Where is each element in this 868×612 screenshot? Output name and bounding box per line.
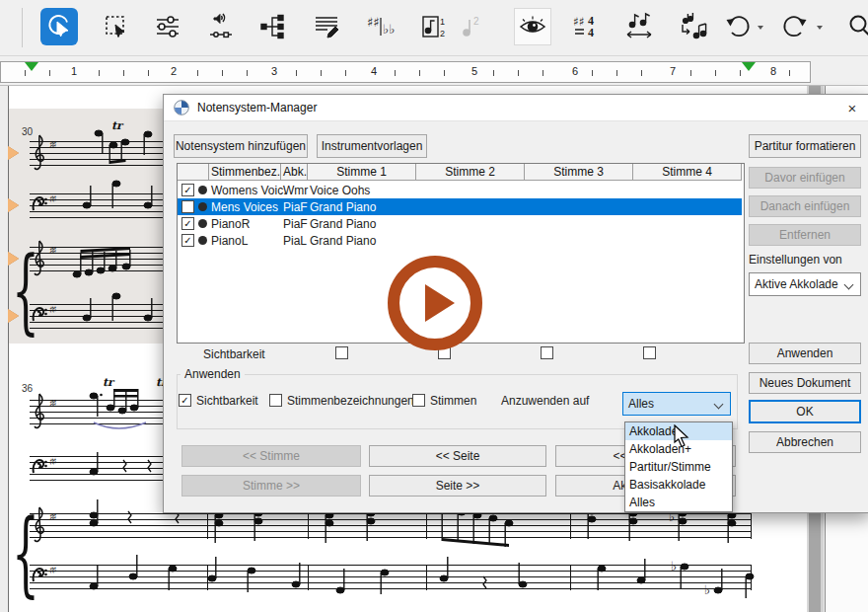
apply-to-combobox[interactable]: Alles: [622, 392, 731, 416]
staff-sound: Grand Piano: [310, 217, 376, 231]
view-eye-icon[interactable]: [514, 8, 551, 45]
add-staff-button[interactable]: Notensystem hinzufügen: [174, 134, 308, 158]
column-header[interactable]: Stimme 4: [633, 164, 742, 181]
zoom-icon[interactable]: [841, 8, 868, 45]
playback-sound-icon[interactable]: [202, 8, 240, 45]
svg-text:♭: ♭: [704, 582, 710, 597]
visibility-checkbox[interactable]: [541, 346, 553, 359]
ruler-number: 4: [365, 65, 383, 77]
svg-text:♭: ♭: [671, 559, 677, 574]
visibility-row-label: Sichtbarkeit: [203, 347, 265, 361]
note-spacing-icon[interactable]: [620, 8, 658, 45]
voice-next-button: Stimme >>: [181, 475, 361, 497]
table-row-selected[interactable]: Mens Voices PiaF Grand Piano: [178, 198, 742, 215]
ok-button[interactable]: OK: [749, 400, 861, 423]
chevron-down-icon: [844, 280, 854, 290]
close-icon[interactable]: ×: [840, 97, 864, 118]
column-header[interactable]: Stimme 3: [525, 164, 633, 181]
select-tool-icon[interactable]: [40, 8, 78, 45]
cancel-button[interactable]: Abbrechen: [749, 431, 861, 453]
voices-1-2-icon[interactable]: 1 2: [416, 8, 454, 45]
svg-text:4: 4: [588, 26, 594, 39]
sound-dot-icon: [198, 202, 207, 211]
column-header[interactable]: Abk.: [281, 164, 308, 181]
main-toolbar: ♯♯ ♭♭ 1 2 2: [0, 0, 868, 56]
new-document-button[interactable]: Neues Dokument: [749, 372, 861, 394]
staff-name: PianoL: [211, 234, 248, 248]
table-row[interactable]: ✓ PianoL PiaL Grand Piano: [178, 232, 742, 249]
ruler-number: 2: [165, 65, 182, 77]
notensystem-manager-dialog: Notensystem-Manager × Notensystem hinzuf…: [163, 94, 868, 513]
sheet-music-notes: ♭ ♭ ♭: [30, 499, 760, 608]
staff-marker-icon[interactable]: [8, 198, 26, 212]
lyrics-edit-icon[interactable]: [308, 8, 345, 45]
column-header[interactable]: [178, 164, 209, 181]
staff-sound: Voice Oohs: [310, 184, 370, 197]
undo-dropdown-icon[interactable]: [758, 26, 763, 33]
instrument-templates-button[interactable]: Instrumentvorlagen: [317, 134, 427, 158]
insert-after-button: Danach einfügen: [749, 195, 861, 217]
page-next-button[interactable]: Seite >>: [369, 475, 546, 497]
ruler: 1 2 3 4 5 6 7 8: [0, 56, 868, 86]
column-header[interactable]: Stimme 1: [308, 164, 416, 181]
staff-abbr: PiaF: [283, 200, 308, 214]
key-time-signature-icon[interactable]: ♯♯ 4 4: [568, 8, 606, 45]
ruler-number: 5: [466, 65, 483, 77]
column-header[interactable]: Stimme 2: [416, 164, 525, 181]
redo-dropdown-icon[interactable]: [817, 26, 823, 33]
apply-group-title: Anwenden: [181, 367, 245, 381]
format-score-button[interactable]: Partitur formatieren: [749, 134, 861, 158]
row-visible-checkbox[interactable]: ✓: [181, 234, 194, 247]
staff-abbr: PiaF: [283, 217, 308, 231]
row-visible-checkbox[interactable]: ✓: [181, 217, 194, 230]
dropdown-option[interactable]: Alles: [625, 494, 732, 511]
row-visible-checkbox[interactable]: ✓: [181, 184, 194, 196]
svg-text:2: 2: [440, 29, 445, 38]
staff-sound: Grand Piano: [310, 234, 376, 248]
accidentals-icon[interactable]: ♯♯ ♭♭: [361, 8, 398, 45]
row-visible-checkbox[interactable]: [181, 200, 194, 213]
table-row[interactable]: ✓ Womens Voic. Wmr Voice Oohs: [178, 182, 742, 198]
transpose-notes-icon[interactable]: [674, 8, 711, 45]
table-row[interactable]: ✓ PianoR PiaF Grand Piano: [178, 215, 742, 232]
dropdown-option[interactable]: Partitur/Stimme: [625, 458, 732, 476]
apply-voice-names-checkbox[interactable]: [269, 394, 282, 407]
rubber-band-select-icon[interactable]: [98, 8, 135, 45]
insert-before-button: Davor einfügen: [749, 167, 861, 189]
mouse-cursor-icon: [673, 424, 690, 448]
settings-scope-combobox[interactable]: Aktive Akkolade: [749, 272, 861, 296]
column-header[interactable]: Stimmenbez.: [209, 164, 281, 181]
apply-button[interactable]: Anwenden: [749, 343, 861, 364]
ruler-marker-icon[interactable]: [25, 62, 38, 78]
staff-sound: Grand Piano: [310, 200, 376, 214]
ruler-marker-icon[interactable]: [742, 62, 756, 78]
apply-voices-checkbox[interactable]: [412, 394, 425, 407]
undo-icon[interactable]: [719, 8, 757, 45]
staff-marker-icon[interactable]: [8, 146, 26, 160]
visibility-checkbox[interactable]: [335, 346, 348, 359]
filter-settings-icon[interactable]: [149, 8, 186, 45]
system-tree-icon[interactable]: [254, 8, 292, 45]
dropdown-option[interactable]: Basisakkolade: [625, 476, 732, 494]
apply-visibility-label: Sichtbarkeit: [196, 394, 258, 408]
video-play-button[interactable]: [388, 256, 482, 350]
svg-text:1: 1: [440, 17, 445, 27]
dialog-titlebar[interactable]: Notensystem-Manager ×: [164, 95, 868, 121]
visibility-checkbox[interactable]: [643, 346, 656, 359]
remove-button: Entfernen: [749, 224, 861, 246]
voice-2-icon[interactable]: 2: [453, 8, 490, 45]
apply-visibility-checkbox[interactable]: ✓: [179, 394, 191, 407]
voice-prev-button: << Stimme: [181, 445, 361, 467]
staff-abbr: PiaL: [283, 234, 307, 248]
sheet-music-notes: [30, 124, 168, 337]
ruler-number: 6: [566, 65, 584, 77]
apply-voices-label: Stimmen: [430, 394, 476, 408]
app-window: ♯♯ ♭♭ 1 2 2: [0, 0, 868, 612]
sound-dot-icon: [198, 236, 207, 245]
ruler-ticks: [1, 70, 808, 76]
svg-text:♯♯: ♯♯: [573, 15, 585, 29]
page-prev-button[interactable]: << Seite: [369, 445, 546, 467]
redo-icon[interactable]: [776, 8, 814, 45]
sound-dot-icon: [198, 186, 207, 194]
apply-to-label: Anzuwenden auf: [501, 394, 589, 408]
